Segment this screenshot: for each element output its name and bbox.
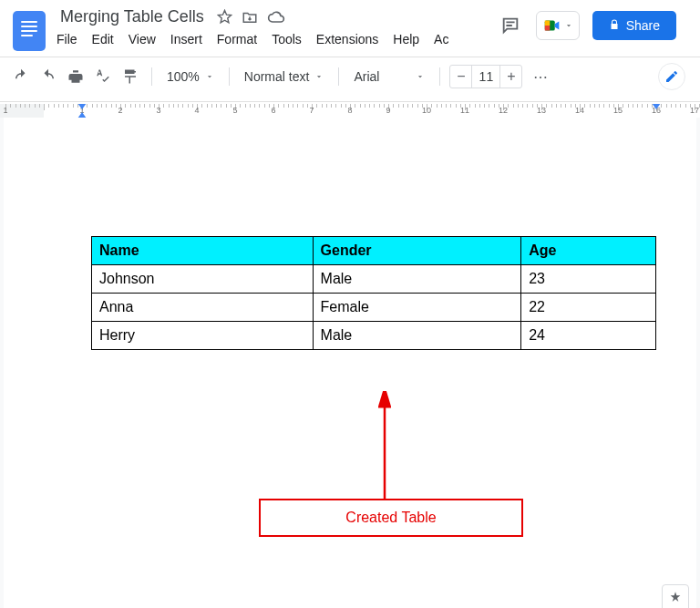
toolbar-more[interactable]: ⋯ (526, 68, 555, 86)
table-cell[interactable]: Herry (92, 322, 314, 350)
zoom-value: 100% (167, 69, 200, 84)
toolbar-separator (229, 67, 230, 86)
menu-truncated[interactable]: Ac (434, 32, 448, 46)
toolbar: 100% Normal text Arial − 11 + ⋯ (0, 57, 700, 96)
spellcheck-button[interactable] (91, 65, 115, 88)
cloud-status-icon[interactable] (267, 8, 285, 26)
undo-button[interactable] (9, 65, 33, 88)
toolbar-separator (439, 67, 440, 86)
lock-icon (609, 18, 620, 33)
annotation-arrow (378, 391, 391, 500)
table-cell[interactable]: Male (313, 265, 521, 294)
font-value: Arial (354, 69, 379, 84)
svg-rect-2 (544, 26, 550, 31)
explore-button[interactable] (662, 584, 689, 608)
paint-format-button[interactable] (118, 65, 142, 88)
editing-mode-button[interactable] (658, 63, 685, 90)
document-title[interactable]: Merging Table Cells (57, 5, 208, 28)
ruler[interactable]: 11234567891011121314151617 (0, 104, 700, 118)
menu-file[interactable]: File (57, 32, 77, 46)
chevron-down-icon (564, 17, 573, 34)
font-size-decrease[interactable]: − (450, 66, 472, 88)
style-value: Normal text (244, 69, 310, 84)
menu-view[interactable]: View (129, 32, 156, 46)
font-dropdown[interactable]: Arial (348, 69, 430, 84)
star-icon[interactable] (217, 9, 232, 25)
chevron-down-icon (416, 69, 425, 84)
docs-logo[interactable] (13, 11, 46, 51)
document-canvas: Name Gender Age Johnson Male 23 Anna Fem… (0, 118, 700, 608)
font-size-input[interactable]: 11 (472, 69, 499, 84)
document-page[interactable]: Name Gender Age Johnson Male 23 Anna Fem… (4, 118, 696, 608)
annotation-label: Created Table (345, 510, 436, 525)
menu-insert[interactable]: Insert (170, 32, 202, 46)
table-cell[interactable]: 22 (521, 294, 656, 322)
chevron-down-icon (314, 69, 324, 84)
toolbar-separator (338, 67, 339, 86)
annotation-box: Created Table (259, 499, 523, 537)
menu-edit[interactable]: Edit (92, 32, 114, 46)
print-button[interactable] (64, 65, 88, 88)
table-cell[interactable]: Anna (92, 294, 314, 322)
menu-tools[interactable]: Tools (272, 32, 302, 46)
style-dropdown[interactable]: Normal text (239, 69, 330, 84)
font-size-group: − 11 + (449, 65, 522, 88)
table-cell[interactable]: Johnson (92, 265, 314, 294)
table-cell[interactable]: Male (313, 322, 521, 350)
toolbar-divider (0, 101, 700, 102)
table-header-cell[interactable]: Name (92, 237, 314, 265)
menu-format[interactable]: Format (217, 32, 257, 46)
table-header-row[interactable]: Name Gender Age (92, 237, 656, 265)
table-header-cell[interactable]: Age (521, 237, 656, 265)
comment-history-icon[interactable] (498, 13, 523, 38)
share-button[interactable]: Share (592, 11, 676, 40)
table-cell[interactable]: 24 (521, 322, 656, 350)
table-cell[interactable]: Female (313, 294, 521, 322)
move-to-folder-icon[interactable] (242, 9, 258, 26)
table-row[interactable]: Anna Female 22 (92, 294, 656, 322)
menu-extensions[interactable]: Extensions (316, 32, 378, 46)
meet-button[interactable] (536, 11, 580, 40)
table-header-cell[interactable]: Gender (313, 237, 521, 265)
table-cell[interactable]: 23 (521, 265, 656, 294)
redo-button[interactable] (36, 65, 60, 88)
svg-rect-1 (544, 21, 550, 26)
font-size-increase[interactable]: + (499, 66, 521, 88)
meet-icon (542, 15, 562, 36)
zoom-dropdown[interactable]: 100% (161, 69, 220, 84)
table-row[interactable]: Johnson Male 23 (92, 265, 656, 294)
table-row[interactable]: Herry Male 24 (92, 322, 656, 350)
menu-bar: File Edit View Insert Format Tools Exten… (57, 32, 448, 46)
chevron-down-icon (205, 69, 214, 84)
document-table[interactable]: Name Gender Age Johnson Male 23 Anna Fem… (91, 236, 656, 350)
share-label: Share (626, 18, 660, 33)
menu-help[interactable]: Help (393, 32, 419, 46)
toolbar-separator (151, 67, 152, 86)
